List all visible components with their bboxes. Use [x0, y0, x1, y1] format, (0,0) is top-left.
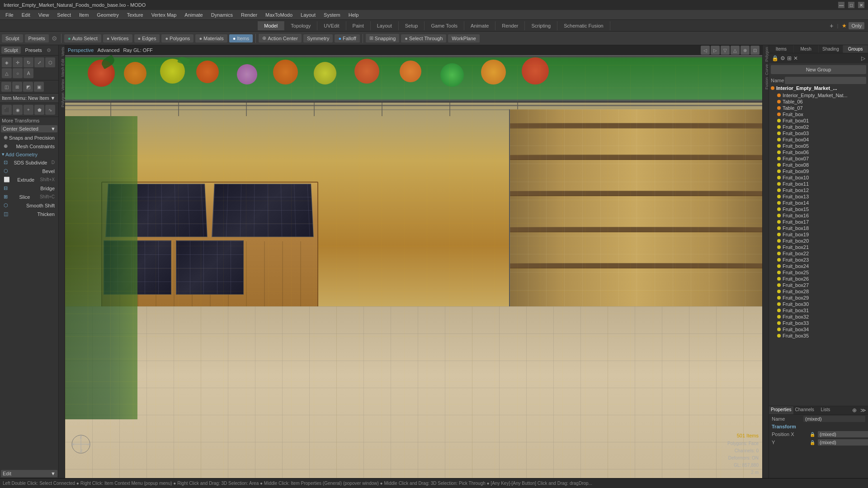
right-panel-collapse[interactable]: ▷: [860, 54, 866, 62]
icon-2-1[interactable]: ⬛: [2, 105, 12, 115]
viewport-perspective-label[interactable]: Perspective: [68, 47, 94, 53]
vp-nav-btn-2[interactable]: ▷: [711, 46, 720, 55]
snaps-precision-item[interactable]: ⊕ Snaps and Precision: [0, 133, 58, 142]
tool-icon-left-4[interactable]: ▣: [34, 82, 44, 92]
3d-scene[interactable]: 501 Items Polygons: Face Channels: 0 Def…: [65, 55, 762, 478]
scene-item-fruitbox03[interactable]: Fruit_box03: [770, 130, 867, 136]
scene-item-fruitbox17[interactable]: Fruit_box17: [770, 219, 867, 225]
vertices-button[interactable]: ● Vertices: [103, 34, 132, 42]
scene-item-table07[interactable]: Table_07: [770, 105, 867, 111]
workplane-button[interactable]: WorkPlane: [448, 34, 480, 42]
vp-nav-btn-4[interactable]: △: [731, 46, 740, 55]
properties-expand-icon[interactable]: ⊕: [850, 406, 859, 414]
right-tab-groups[interactable]: Groups: [843, 45, 868, 53]
edit-dropdown[interactable]: Edit ▼: [1, 470, 57, 477]
scene-item-fruitbox05[interactable]: Fruit_box05: [770, 143, 867, 149]
scene-item-fruitbox19[interactable]: Fruit_box19: [770, 231, 867, 238]
action-center-button[interactable]: ⊕ Action Center: [259, 34, 302, 42]
tool-icon-left-1[interactable]: ◫: [1, 82, 11, 92]
minimize-button[interactable]: —: [838, 2, 844, 8]
right-tab-shading[interactable]: Shading: [819, 45, 844, 53]
scene-item-fruitbox27[interactable]: Fruit_box27: [770, 282, 867, 288]
properties-collapse-icon[interactable]: ≫: [859, 406, 868, 414]
menu-view[interactable]: View: [35, 11, 53, 19]
tab-schematic-fusion[interactable]: Schematic Fusion: [557, 21, 610, 30]
scene-item-fruitbox34[interactable]: Fruit_box34: [770, 326, 867, 333]
add-geometry-section[interactable]: ▾ Add Geometry: [0, 150, 58, 158]
menu-select[interactable]: Select: [53, 11, 75, 19]
strip-label-fusion[interactable]: Fusion: [764, 76, 768, 90]
scene-item-fruitbox06[interactable]: Fruit_box06: [770, 149, 867, 155]
tab-topology[interactable]: Topology: [284, 21, 317, 30]
vp-fit-btn[interactable]: ⊡: [750, 46, 760, 55]
scene-item-fruitbox07[interactable]: Fruit_box07: [770, 155, 867, 162]
falloff-button[interactable]: ● Falloff: [335, 34, 359, 42]
smooth-shift-item[interactable]: ⬡ Smooth Shift: [0, 201, 58, 210]
tool-icon-6[interactable]: △: [2, 68, 12, 78]
thicken-item[interactable]: ◫ Thicken: [0, 210, 58, 218]
menu-geometry[interactable]: Geometry: [93, 11, 122, 19]
menu-item[interactable]: Item: [75, 11, 92, 19]
menu-help[interactable]: Help: [345, 11, 363, 19]
scene-item-fruitbox16[interactable]: Fruit_box16: [770, 212, 867, 219]
scene-item-fruitbox26[interactable]: Fruit_box26: [770, 276, 867, 282]
prop-tab-lists[interactable]: Lists: [816, 406, 835, 414]
menu-edit[interactable]: Edit: [18, 11, 34, 19]
tool-icon-8[interactable]: A: [24, 68, 33, 78]
auto-select-button[interactable]: ● Auto Select: [64, 34, 101, 42]
strip-label-verts[interactable]: Verts: [60, 46, 64, 57]
extrude-item[interactable]: ⬜ Extrude Shift+X: [0, 175, 58, 184]
tab-animate[interactable]: Animate: [464, 21, 495, 30]
mesh-constraints-item[interactable]: ⊕ Mesh Constraints: [0, 142, 58, 150]
tool-icon-7[interactable]: ○: [13, 68, 23, 78]
scene-item-fruitbox08[interactable]: Fruit_box08: [770, 162, 867, 168]
snapping-button[interactable]: ⊞ Snapping: [366, 34, 400, 42]
tool-icon-move[interactable]: ✛: [13, 57, 23, 67]
scene-item-fruitbox09[interactable]: Fruit_box09: [770, 168, 867, 174]
scene-item-fruitbox04[interactable]: Fruit_box04: [770, 136, 867, 143]
scene-item-fruitbox30[interactable]: Fruit_box30: [770, 301, 867, 307]
sculpt-button[interactable]: Sculpt: [2, 34, 23, 42]
scene-item-fruitbox31[interactable]: Fruit_box31: [770, 307, 867, 314]
viewport[interactable]: Perspective Advanced Ray GL: OFF ◁ ▷ ▽ △…: [65, 45, 762, 478]
maximize-button[interactable]: □: [848, 2, 854, 8]
prop-tab-properties[interactable]: Properties: [769, 406, 793, 414]
tool-icon-scale[interactable]: ⤢: [34, 57, 44, 67]
position-x-lock-icon[interactable]: 🔒: [810, 432, 815, 437]
scene-tree[interactable]: Interior_Empty_Market_Nat... Table_06 Ta…: [769, 91, 868, 406]
tool-icon-5[interactable]: ⬡: [45, 57, 55, 67]
menu-render[interactable]: Render: [237, 11, 261, 19]
tab-uvedit[interactable]: UVEdit: [317, 21, 346, 30]
icon-2-2[interactable]: ◉: [13, 105, 23, 115]
item-menu-dropdown[interactable]: Item Menu: New Item ▼: [0, 94, 58, 103]
center-selected-dropdown[interactable]: Center Selected ▼: [1, 125, 57, 132]
scene-item-fruitbox[interactable]: Fruit_box: [770, 111, 867, 117]
tab-setup[interactable]: Setup: [399, 21, 425, 30]
select-through-button[interactable]: ● Select Through: [401, 34, 446, 42]
scene-item-fruitbox10[interactable]: Fruit_box10: [770, 174, 867, 181]
scene-root-item[interactable]: Interior_Empty_Market_...: [769, 85, 868, 91]
right-settings-icon[interactable]: ⚙: [779, 54, 786, 62]
add-tab-button[interactable]: +: [830, 22, 833, 29]
strip-label-polygon[interactable]: Polygon: [60, 92, 64, 108]
scene-item-interior[interactable]: Interior_Empty_Market_Nat...: [770, 92, 867, 99]
only-button[interactable]: Only: [849, 22, 864, 29]
edges-button[interactable]: ● Edges: [134, 34, 160, 42]
more-transforms-label[interactable]: More Transforms: [0, 117, 58, 124]
tab-scripting[interactable]: Scripting: [525, 21, 557, 30]
menu-texture[interactable]: Texture: [123, 11, 147, 19]
polygons-button[interactable]: ● Polygons: [161, 34, 193, 42]
scene-item-fruitbox14[interactable]: Fruit_box14: [770, 200, 867, 206]
menu-system[interactable]: System: [320, 11, 344, 19]
favorite-star-icon[interactable]: ★: [842, 23, 847, 29]
symmetry-button[interactable]: Symmetry: [303, 34, 333, 42]
tab-render[interactable]: Render: [495, 21, 525, 30]
tool-icon-rotate[interactable]: ↻: [24, 57, 33, 67]
menu-vertex-map[interactable]: Vertex Map: [148, 11, 180, 19]
scene-item-fruitbox20[interactable]: Fruit_box20: [770, 238, 867, 244]
right-lock-icon[interactable]: 🔒: [771, 54, 779, 62]
menu-layout[interactable]: Layout: [297, 11, 319, 19]
slice-item[interactable]: ⊞ Slice Shift+C: [0, 192, 58, 201]
right-expand-icon[interactable]: ⊞: [786, 54, 793, 62]
menu-dynamics[interactable]: Dynamics: [208, 11, 236, 19]
